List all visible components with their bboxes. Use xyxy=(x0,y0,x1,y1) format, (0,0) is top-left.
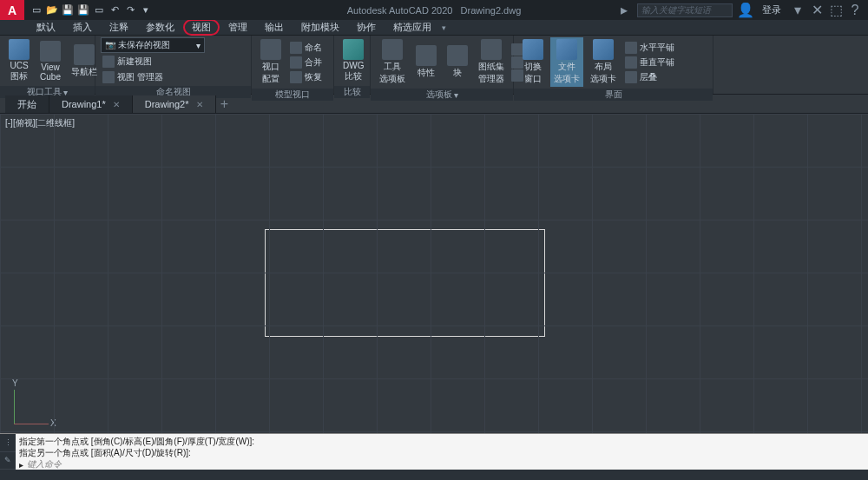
command-input[interactable]: ▸ 键入命令 xyxy=(19,458,865,470)
panel-label-interface: 界面 xyxy=(514,89,713,101)
layout-tabs-button[interactable]: 布局 选项卡 xyxy=(587,37,620,87)
viewport-config-button[interactable]: 视口 配置 xyxy=(257,37,285,87)
viewport-label[interactable]: [-][俯视][二维线框] xyxy=(5,117,75,129)
title-bar: A ▭ 📂 💾 💾 ▭ ↶ ↷ ▾ Autodesk AutoCAD 2020 … xyxy=(0,0,868,20)
drawn-rectangle[interactable] xyxy=(265,229,545,337)
navbar-icon xyxy=(74,44,95,65)
ribbon: UCS 图标 View Cube 导航栏 视口工具 ▾ 📷 未保存的视图▾ 新建… xyxy=(0,36,868,95)
status-bar xyxy=(0,470,868,480)
tab-drawing1[interactable]: Drawing1*✕ xyxy=(49,95,133,113)
menu-bar: 默认 插入 注释 参数化 视图 管理 输出 附加模块 协作 精选应用 ▾ xyxy=(0,20,868,36)
view-manager-button[interactable]: 视图 管理器 xyxy=(101,70,246,84)
switch-window-button[interactable]: 切换 窗口 xyxy=(519,37,547,87)
signin-icon[interactable]: 👤 xyxy=(740,4,752,16)
ucs-label: UCS 图标 xyxy=(10,61,28,82)
view-combo[interactable]: 📷 未保存的视图▾ xyxy=(101,37,205,53)
cart-icon[interactable]: ⬚ xyxy=(830,4,842,16)
tile-v-icon xyxy=(625,56,637,69)
menu-parametric[interactable]: 参数化 xyxy=(137,19,183,36)
vp-restore-icon xyxy=(290,71,302,83)
menu-annotate[interactable]: 注释 xyxy=(101,19,137,36)
blocks-icon xyxy=(447,45,468,66)
new-view-button[interactable]: 新建视图 xyxy=(101,55,246,69)
menu-default[interactable]: 默认 xyxy=(28,19,64,36)
search-input[interactable]: 输入关键字或短语 xyxy=(637,3,733,17)
window-title: Autodesk AutoCAD 2020 Drawing2.dwg xyxy=(347,5,522,16)
sheetset-button[interactable]: 图纸集 管理器 xyxy=(475,37,508,87)
ucs-button[interactable]: UCS 图标 xyxy=(5,37,33,84)
infocenter-icon[interactable]: ▸ xyxy=(618,4,630,16)
qat-new-icon[interactable]: ▭ xyxy=(30,3,43,17)
vp-restore-button[interactable]: 恢复 xyxy=(288,70,324,84)
panel-label-model-vp: 模型视口 xyxy=(252,89,333,101)
vp-naming-button[interactable]: 命名 xyxy=(288,41,324,55)
tile-h-icon xyxy=(625,42,637,54)
sheetset-icon xyxy=(481,39,502,60)
menu-overflow-icon[interactable]: ▾ xyxy=(442,23,446,32)
tab-drawing2[interactable]: Drawing2*✕ xyxy=(133,95,216,113)
command-text: 指定第一个角点或 [倒角(C)/标高(E)/圆角(F)/厚度(T)/宽度(W)]… xyxy=(16,434,868,470)
app-name: Autodesk AutoCAD 2020 xyxy=(347,5,453,16)
dwg-compare-button[interactable]: DWG 比较 xyxy=(339,37,367,84)
close-icon[interactable]: ✕ xyxy=(113,100,120,109)
title-right-controls: ▸ 输入关键字或短语 👤 登录 ▾ ✕ ⬚ ? xyxy=(618,3,861,17)
app-logo[interactable]: A xyxy=(0,0,24,20)
file-tabs-button[interactable]: 文件 选项卡 xyxy=(550,37,583,87)
view-mgr-icon xyxy=(102,71,115,83)
tile-v-button[interactable]: 垂直平铺 xyxy=(623,56,676,69)
menu-view[interactable]: 视图 xyxy=(183,19,220,36)
vp-config-label: 视口 配置 xyxy=(262,61,279,85)
qat-save-icon[interactable]: 💾 xyxy=(61,3,75,17)
close-icon[interactable]: ✕ xyxy=(196,100,203,109)
viewcube-button[interactable]: View Cube xyxy=(36,39,64,83)
qat-plot-icon[interactable]: ▭ xyxy=(92,3,106,17)
menu-output[interactable]: 输出 xyxy=(256,19,293,36)
menu-featured[interactable]: 精选应用 xyxy=(385,19,440,36)
cascade-button[interactable]: 层叠 xyxy=(623,70,676,84)
new-view-icon xyxy=(102,56,115,68)
dropdown-icon[interactable]: ▾ xyxy=(792,4,804,16)
qat-more-icon[interactable]: ▾ xyxy=(139,3,153,17)
drawing-canvas[interactable]: [-][俯视][二维线框] Y X xyxy=(0,114,868,433)
panel-viewport-tools: UCS 图标 View Cube 导航栏 视口工具 ▾ xyxy=(0,36,95,94)
help-icon[interactable]: ? xyxy=(849,4,861,16)
ucs-icon xyxy=(9,39,30,60)
viewcube-icon xyxy=(40,41,61,62)
cascade-icon xyxy=(625,71,637,83)
menu-addins[interactable]: 附加模块 xyxy=(293,19,348,36)
properties-icon xyxy=(416,45,437,66)
quick-access-toolbar: ▭ 📂 💾 💾 ▭ ↶ ↷ ▾ xyxy=(30,3,153,17)
qat-redo-icon[interactable]: ↷ xyxy=(123,3,137,17)
menu-collab[interactable]: 协作 xyxy=(348,19,385,36)
ucs-y-label: Y xyxy=(12,378,18,388)
qat-open-icon[interactable]: 📂 xyxy=(45,3,59,17)
qat-saveas-icon[interactable]: 💾 xyxy=(76,3,90,17)
panel-palettes: 工具 选项板 特性 块 图纸集 管理器 选项板 ▾ xyxy=(371,36,514,94)
command-area: ⋮ ✎ 指定第一个角点或 [倒角(C)/标高(E)/圆角(F)/厚度(T)/宽度… xyxy=(0,433,868,470)
dwg-compare-label: DWG 比较 xyxy=(343,61,364,82)
tool-palette-button[interactable]: 工具 选项板 xyxy=(376,37,409,87)
menu-insert[interactable]: 插入 xyxy=(64,19,101,36)
cmd-history-line: 指定另一个角点或 [面积(A)/尺寸(D)/旋转(R)]: xyxy=(19,447,865,458)
qat-undo-icon[interactable]: ↶ xyxy=(108,3,122,17)
panel-model-viewport: 视口 配置 命名 合并 恢复 模型视口 xyxy=(252,36,334,94)
properties-button[interactable]: 特性 xyxy=(412,43,440,81)
panel-label-palettes[interactable]: 选项板 ▾ xyxy=(371,89,513,101)
panel-label-compare: 比较 xyxy=(334,86,370,98)
login-button[interactable]: 登录 xyxy=(759,3,785,16)
vp-merge-button[interactable]: 合并 xyxy=(288,56,324,69)
viewcube-label: View Cube xyxy=(40,62,61,82)
vp-config-icon xyxy=(260,39,281,60)
dwg-compare-icon xyxy=(343,39,364,60)
file-tabs-icon xyxy=(556,39,577,60)
tab-start[interactable]: 开始 xyxy=(5,95,49,113)
tab-add-button[interactable]: + xyxy=(216,95,233,113)
cmd-config-icon[interactable]: ✎ xyxy=(0,452,16,470)
exchange-icon[interactable]: ✕ xyxy=(811,4,823,16)
doc-name: Drawing2.dwg xyxy=(461,5,522,16)
tile-h-button[interactable]: 水平平铺 xyxy=(623,41,676,55)
menu-manage[interactable]: 管理 xyxy=(220,19,256,36)
cmd-history-icon[interactable]: ⋮ xyxy=(0,434,16,452)
cmd-history-line: 指定第一个角点或 [倒角(C)/标高(E)/圆角(F)/厚度(T)/宽度(W)]… xyxy=(19,436,865,447)
blocks-button[interactable]: 块 xyxy=(444,43,471,81)
